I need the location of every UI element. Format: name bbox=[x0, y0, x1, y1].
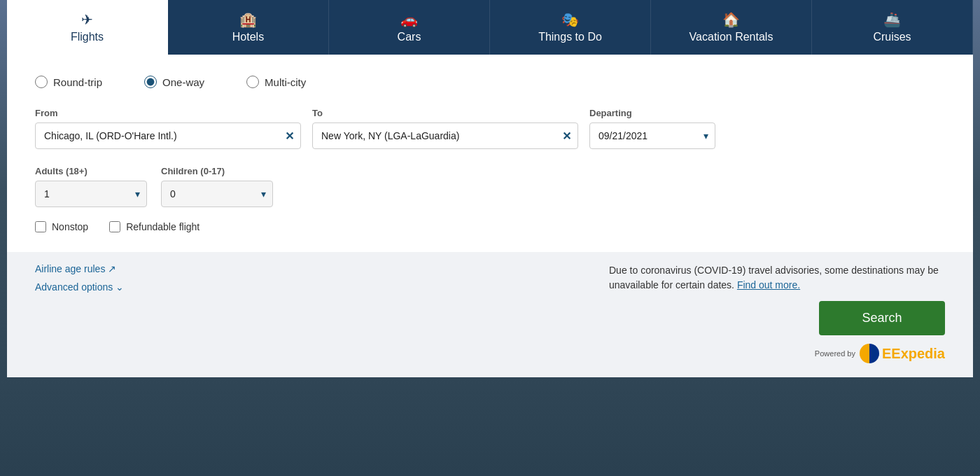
round-trip-option[interactable]: Round-trip bbox=[35, 76, 102, 88]
from-input[interactable] bbox=[35, 122, 301, 149]
bottom-area: Airline age rules ↗ Advanced options ⌄ D… bbox=[7, 252, 973, 377]
refundable-checkbox-label[interactable]: Refundable flight bbox=[109, 221, 200, 232]
expedia-logo-text: EExpedia bbox=[882, 346, 945, 362]
right-column: Due to coronavirus (COVID-19) travel adv… bbox=[609, 263, 945, 363]
tab-flights[interactable]: ✈ Flights bbox=[7, 0, 168, 55]
from-clear-button[interactable]: ✕ bbox=[285, 130, 294, 143]
departing-field-group: Departing 09/21/2021 ▾ bbox=[589, 108, 715, 149]
children-select[interactable]: 0 1 2 3 bbox=[161, 181, 273, 207]
advanced-options-link[interactable]: Advanced options ⌄ bbox=[35, 281, 124, 293]
chevron-down-small-icon: ⌄ bbox=[115, 281, 124, 293]
cruises-icon: 🚢 bbox=[883, 11, 901, 28]
adults-select-group: Adults (18+) 1 2 3 4 5 ▾ bbox=[35, 166, 147, 207]
to-label: To bbox=[312, 108, 578, 118]
tab-cruises[interactable]: 🚢 Cruises bbox=[812, 0, 973, 55]
departing-select-wrap: 09/21/2021 ▾ bbox=[589, 122, 715, 149]
one-way-option[interactable]: One-way bbox=[144, 76, 204, 88]
from-label: From bbox=[35, 108, 301, 118]
tab-flights-label: Flights bbox=[71, 31, 104, 43]
multi-city-option[interactable]: Multi-city bbox=[246, 76, 306, 88]
tab-vacation-rentals[interactable]: 🏠 Vacation Rentals bbox=[651, 0, 812, 55]
flights-icon: ✈ bbox=[81, 11, 93, 28]
flight-form: Round-trip One-way Multi-city From ✕ T bbox=[7, 55, 973, 252]
to-field-group: To ✕ bbox=[312, 108, 578, 149]
adults-select-wrap: 1 2 3 4 5 ▾ bbox=[35, 181, 147, 207]
to-input-wrap: ✕ bbox=[312, 122, 578, 149]
tab-cruises-label: Cruises bbox=[873, 31, 911, 43]
airline-age-rules-link[interactable]: Airline age rules ↗ bbox=[35, 263, 124, 274]
expedia-logo-circle bbox=[860, 344, 879, 363]
one-way-label: One-way bbox=[162, 76, 204, 88]
expedia-logo: EExpedia bbox=[860, 344, 945, 363]
external-link-icon: ↗ bbox=[108, 263, 116, 274]
refundable-checkbox[interactable] bbox=[109, 221, 120, 232]
tab-navigation: ✈ Flights 🏨 Hotels 🚗 Cars 🎭 Things to Do… bbox=[7, 0, 973, 55]
from-input-wrap: ✕ bbox=[35, 122, 301, 149]
from-field-group: From ✕ bbox=[35, 108, 301, 149]
hotels-icon: 🏨 bbox=[239, 11, 257, 28]
departing-select[interactable]: 09/21/2021 bbox=[589, 122, 715, 149]
round-trip-label: Round-trip bbox=[53, 76, 102, 88]
links-column: Airline age rules ↗ Advanced options ⌄ bbox=[35, 263, 124, 293]
advisory-text: Due to coronavirus (COVID-19) travel adv… bbox=[609, 263, 945, 293]
refundable-label: Refundable flight bbox=[126, 221, 200, 232]
multi-city-radio[interactable] bbox=[246, 76, 259, 88]
adults-select[interactable]: 1 2 3 4 5 bbox=[35, 181, 147, 207]
tab-cars[interactable]: 🚗 Cars bbox=[329, 0, 490, 55]
to-input[interactable] bbox=[312, 122, 578, 149]
search-button[interactable]: Search bbox=[819, 301, 945, 335]
passengers-row: Adults (18+) 1 2 3 4 5 ▾ Children (0-17) bbox=[35, 166, 945, 207]
tab-things-to-do-label: Things to Do bbox=[538, 31, 602, 43]
one-way-radio[interactable] bbox=[144, 76, 157, 88]
things-to-do-icon: 🎭 bbox=[561, 11, 579, 28]
tab-cars-label: Cars bbox=[398, 31, 421, 43]
round-trip-radio[interactable] bbox=[35, 76, 48, 88]
flight-fields-row: From ✕ To ✕ Departing 09/21/2021 bbox=[35, 108, 945, 149]
nonstop-label: Nonstop bbox=[52, 221, 88, 232]
cars-icon: 🚗 bbox=[400, 11, 418, 28]
trip-type-row: Round-trip One-way Multi-city bbox=[35, 76, 945, 88]
children-select-wrap: 0 1 2 3 ▾ bbox=[161, 181, 273, 207]
tab-hotels-label: Hotels bbox=[232, 31, 264, 43]
children-label: Children (0-17) bbox=[161, 166, 273, 176]
departing-label: Departing bbox=[589, 108, 715, 118]
multi-city-label: Multi-city bbox=[265, 76, 306, 88]
tab-hotels[interactable]: 🏨 Hotels bbox=[168, 0, 329, 55]
tab-things-to-do[interactable]: 🎭 Things to Do bbox=[490, 0, 651, 55]
to-clear-button[interactable]: ✕ bbox=[562, 130, 571, 143]
find-out-more-link[interactable]: Find out more. bbox=[737, 279, 800, 290]
powered-by-text: Powered by bbox=[815, 349, 855, 358]
tab-vacation-rentals-label: Vacation Rentals bbox=[690, 31, 774, 43]
nonstop-checkbox[interactable] bbox=[35, 221, 46, 232]
children-select-group: Children (0-17) 0 1 2 3 ▾ bbox=[161, 166, 273, 207]
vacation-rentals-icon: 🏠 bbox=[722, 11, 740, 28]
nonstop-checkbox-label[interactable]: Nonstop bbox=[35, 221, 88, 232]
advanced-options-label: Advanced options bbox=[35, 281, 113, 293]
adults-label: Adults (18+) bbox=[35, 166, 147, 176]
expedia-badge: Powered by EExpedia bbox=[815, 344, 945, 363]
checkboxes-row: Nonstop Refundable flight bbox=[35, 221, 945, 232]
airline-age-rules-label: Airline age rules bbox=[35, 263, 105, 274]
